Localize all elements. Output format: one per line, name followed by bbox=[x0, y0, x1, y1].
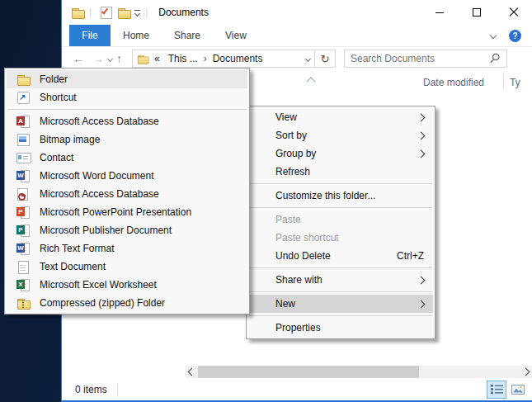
recent-locations-chevron-icon[interactable] bbox=[107, 55, 113, 61]
context-menu-item-sort-by[interactable]: Sort by bbox=[248, 126, 433, 144]
folder-icon bbox=[16, 73, 30, 86]
tab-view[interactable]: View bbox=[213, 25, 259, 46]
new-submenu-item-microsoft-access-database[interactable]: Microsoft Access Database bbox=[7, 185, 247, 203]
qat-properties-button[interactable] bbox=[97, 2, 115, 22]
new-submenu-item-rich-text-format[interactable]: Rich Text Format bbox=[7, 239, 247, 258]
menu-item-label: Microsoft PowerPoint Presentation bbox=[40, 206, 191, 218]
new-submenu-item-bitmap-image[interactable]: Bitmap image bbox=[7, 130, 247, 149]
menu-item-label: Customize this folder... bbox=[275, 190, 375, 201]
context-menu-item-paste: Paste bbox=[248, 210, 433, 229]
properties-check-icon bbox=[99, 6, 112, 19]
menu-separator bbox=[249, 267, 432, 268]
minimize-button[interactable] bbox=[421, 0, 458, 25]
qat-customize-dropdown[interactable] bbox=[134, 10, 140, 16]
column-type[interactable]: Ty bbox=[510, 77, 520, 88]
menu-item-label: Microsoft Publisher Document bbox=[40, 225, 172, 236]
submenu-arrow-icon bbox=[417, 300, 426, 308]
help-icon[interactable]: ? bbox=[509, 30, 521, 42]
search-input[interactable] bbox=[351, 53, 489, 64]
new-submenu-item-contact[interactable]: Contact bbox=[7, 149, 247, 167]
context-menu-item-customize-this-folder[interactable]: Customize this folder... bbox=[248, 187, 433, 205]
menu-item-label: Undo Delete bbox=[275, 250, 331, 262]
breadcrumb-separator[interactable]: › bbox=[204, 53, 207, 64]
titlebar: | | Documents bbox=[62, 0, 532, 25]
column-resize-handle[interactable] bbox=[503, 73, 504, 90]
search-icon bbox=[489, 53, 501, 64]
forward-icon[interactable]: → bbox=[92, 53, 104, 64]
context-menu-item-paste-shortcut: Paste shortcut bbox=[248, 229, 433, 247]
menu-item-label: Folder bbox=[40, 73, 68, 85]
expand-ribbon-chevron-icon[interactable] bbox=[490, 32, 497, 39]
menu-separator bbox=[249, 183, 432, 184]
minimize-icon bbox=[435, 12, 444, 13]
context-menu-item-properties[interactable]: Properties bbox=[248, 319, 433, 337]
context-menu-item-view[interactable]: View bbox=[248, 108, 433, 126]
refresh-button[interactable]: ↻ bbox=[315, 50, 336, 68]
publisher-icon bbox=[16, 224, 30, 237]
breadcrumb-this-pc[interactable]: This ... bbox=[168, 53, 198, 64]
menu-item-label: View bbox=[275, 111, 297, 123]
context-menu-item-undo-delete[interactable]: Undo DeleteCtrl+Z bbox=[248, 247, 433, 265]
window-title: Documents bbox=[158, 7, 209, 18]
context-menu: ViewSort byGroup byRefreshCustomize this… bbox=[246, 106, 435, 339]
menu-item-label: Refresh bbox=[275, 166, 310, 177]
new-submenu-item-microsoft-word-document[interactable]: Microsoft Word Document bbox=[7, 167, 247, 185]
new-submenu-item-shortcut[interactable]: Shortcut bbox=[7, 88, 247, 106]
excel-worksheet-icon bbox=[16, 278, 30, 291]
menu-item-label: Microsoft Access Database bbox=[40, 188, 159, 200]
details-view-button[interactable] bbox=[487, 381, 506, 399]
submenu-arrow-icon bbox=[417, 113, 426, 121]
menu-item-label: Microsoft Excel Worksheet bbox=[40, 279, 157, 291]
address-dropdown-chevron-icon[interactable] bbox=[305, 55, 311, 61]
maximize-button[interactable] bbox=[458, 0, 495, 25]
close-icon bbox=[509, 7, 519, 17]
large-icons-view-button[interactable] bbox=[508, 381, 528, 399]
ribbon-right: ? bbox=[491, 25, 532, 46]
maximize-icon bbox=[473, 8, 481, 17]
context-menu-item-new[interactable]: New bbox=[248, 295, 433, 313]
menu-item-label: Microsoft Word Document bbox=[40, 170, 154, 182]
address-bar[interactable]: « This ... › Documents bbox=[132, 50, 315, 68]
tab-share[interactable]: Share bbox=[162, 25, 213, 46]
new-submenu-item-microsoft-access-database[interactable]: Microsoft Access Database bbox=[7, 112, 247, 130]
new-submenu-item-text-document[interactable]: Text Document bbox=[7, 258, 247, 276]
app-folder-icon bbox=[71, 6, 84, 19]
menu-separator bbox=[249, 315, 432, 316]
menu-item-label: Microsoft Access Database bbox=[40, 116, 159, 127]
scroll-right-icon[interactable] bbox=[522, 368, 530, 376]
breadcrumb-current[interactable]: Documents bbox=[213, 53, 263, 64]
menu-item-label: New bbox=[275, 298, 295, 310]
view-toggle-buttons bbox=[487, 381, 528, 399]
horizontal-scrollbar[interactable] bbox=[186, 366, 532, 378]
new-submenu-item-microsoft-publisher-document[interactable]: Microsoft Publisher Document bbox=[7, 221, 247, 239]
scroll-left-icon[interactable] bbox=[188, 368, 196, 376]
close-button[interactable] bbox=[495, 0, 532, 25]
tab-home[interactable]: Home bbox=[111, 25, 162, 46]
new-submenu-item-microsoft-excel-worksheet[interactable]: Microsoft Excel Worksheet bbox=[7, 276, 247, 294]
scrollbar-thumb[interactable] bbox=[198, 366, 419, 378]
tab-file[interactable]: File bbox=[69, 25, 111, 46]
address-toolbar: ← → ↑ « This ... › Documents ↻ bbox=[62, 47, 532, 70]
context-menu-item-share-with[interactable]: Share with bbox=[248, 271, 433, 289]
new-submenu-item-folder[interactable]: Folder bbox=[7, 70, 247, 88]
column-date-modified[interactable]: Date modified bbox=[423, 77, 484, 88]
new-submenu-item-compressed-zipped-folder[interactable]: Compressed (zipped) Folder bbox=[7, 294, 247, 312]
submenu-arrow-icon bbox=[417, 149, 426, 158]
search-box[interactable] bbox=[344, 50, 507, 68]
new-submenu-item-microsoft-powerpoint-presentation[interactable]: Microsoft PowerPoint Presentation bbox=[7, 203, 247, 221]
qat-new-folder-button[interactable] bbox=[115, 2, 133, 22]
window-controls bbox=[421, 0, 532, 25]
context-menu-item-refresh[interactable]: Refresh bbox=[248, 163, 433, 181]
up-icon[interactable]: ↑ bbox=[116, 53, 122, 64]
breadcrumb-overflow[interactable]: « bbox=[154, 53, 160, 64]
submenu-arrow-icon bbox=[417, 276, 426, 284]
menu-item-label: Contact bbox=[40, 152, 73, 163]
status-bar: 0 items bbox=[62, 378, 532, 400]
location-folder-icon bbox=[137, 53, 148, 64]
large-icons-view-icon bbox=[511, 385, 525, 395]
chevron-down-icon bbox=[134, 10, 140, 16]
back-icon[interactable]: ← bbox=[73, 53, 84, 64]
context-menu-item-group-by[interactable]: Group by bbox=[248, 144, 433, 163]
word-document-icon bbox=[16, 169, 30, 182]
bitmap-image-icon bbox=[16, 133, 30, 146]
